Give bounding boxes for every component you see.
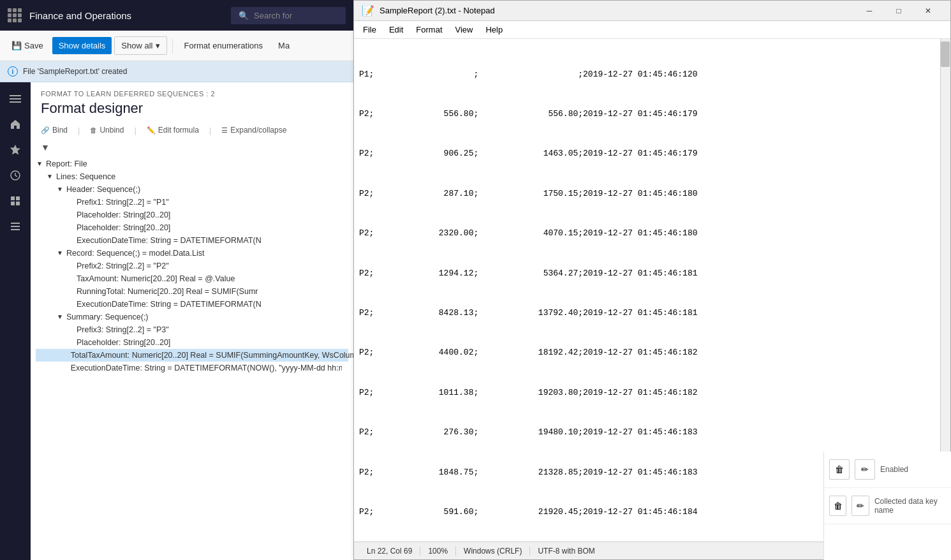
right-panel: 🗑 ✏ Enabled 🗑 ✏ Collected data key name xyxy=(823,452,951,560)
ma-button[interactable]: Ma xyxy=(272,37,296,54)
close-button[interactable]: ✕ xyxy=(913,1,943,21)
line-1: P1; ; ;2019-12-27 01:45:46:120 xyxy=(357,68,948,82)
svg-rect-0 xyxy=(10,95,21,96)
unbind-icon: 🗑 xyxy=(90,126,97,134)
main-content: FORMAT TO LEARN DEFERRED SEQUENCES : 2 F… xyxy=(31,82,353,560)
zoom-level: 100% xyxy=(420,547,456,556)
svg-rect-1 xyxy=(10,98,21,99)
line-7: P2; 8428.13; 13792.40;2019-12-27 01:45:4… xyxy=(357,307,948,320)
edit-button-1[interactable]: ✏ xyxy=(855,459,875,480)
tree-item-tax-amount[interactable]: TaxAmount: Numeric[20..20] Real = @.Valu… xyxy=(36,272,348,285)
designer-title: Format designer xyxy=(41,100,343,117)
filter-bar: ▼ xyxy=(31,141,353,155)
filter-icon: ▼ xyxy=(41,142,50,152)
line-10: P2; 276.30; 19480.10;2019-12-27 01:45:46… xyxy=(357,426,948,439)
right-action-group-1: 🗑 ✏ Enabled xyxy=(824,452,951,488)
tree-item-prefix2[interactable]: Prefix2: String[2..2] = "P2" xyxy=(36,260,348,272)
save-button[interactable]: 💾 Save xyxy=(5,37,50,54)
unbind-button[interactable]: 🗑 Unbind xyxy=(90,124,124,136)
tree-item-header[interactable]: ▼ Header: Sequence(;) xyxy=(36,183,348,196)
show-all-button[interactable]: Show all ▾ xyxy=(114,36,166,55)
line-2: P2; 556.80; 556.80;2019-12-27 01:45:46:1… xyxy=(357,108,948,121)
format-enumerations-button[interactable]: Format enumerations xyxy=(178,37,270,54)
tree-item-summary[interactable]: ▼ Summary: Sequence(;) xyxy=(36,311,348,323)
expand-collapse-button[interactable]: ☰ Expand/collapse xyxy=(221,124,286,136)
trash-icon-1: 🗑 xyxy=(835,464,844,475)
edit-button-2[interactable]: ✏ xyxy=(851,496,869,516)
search-icon: 🔍 xyxy=(239,11,249,20)
notepad-title-bar: 📝 SampleReport (2).txt - Notepad ─ □ ✕ xyxy=(354,1,950,21)
main-toolbar: 💾 Save Show details Show all ▾ Format en… xyxy=(0,31,353,61)
edit-icon-2: ✏ xyxy=(857,501,864,511)
tree-item-prefix1[interactable]: Prefix1: String[2..2] = "P1" xyxy=(36,196,348,209)
svg-rect-2 xyxy=(10,101,21,103)
tree-item-record[interactable]: ▼ Record: Sequence(;) = model.Data.List xyxy=(36,247,348,260)
tree-item-prefix3[interactable]: Prefix3: String[2..2] = "P3" xyxy=(36,323,348,336)
tree-item-exec-dt-summary[interactable]: ExecutionDateTime: String = DATETIMEFORM… xyxy=(36,362,342,374)
line-5: P2; 2320.00; 4070.15;2019-12-27 01:45:46… xyxy=(357,227,948,240)
designer-header: FORMAT TO LEARN DEFERRED SEQUENCES : 2 F… xyxy=(31,82,353,122)
star-icon[interactable] xyxy=(4,138,27,161)
notepad-title: SampleReport (2).txt - Notepad xyxy=(380,6,855,15)
svg-rect-5 xyxy=(16,196,20,200)
content-area: FORMAT TO LEARN DEFERRED SEQUENCES : 2 F… xyxy=(0,82,353,560)
line-ending: Windows (CRLF) xyxy=(456,547,530,556)
svg-rect-8 xyxy=(11,223,20,224)
edit-formula-button[interactable]: ✏️ Edit formula xyxy=(147,124,199,136)
sidebar-icons xyxy=(0,82,31,560)
scrollbar-thumb[interactable] xyxy=(941,41,950,67)
show-details-button[interactable]: Show details xyxy=(52,37,112,54)
hamburger-icon[interactable] xyxy=(4,87,27,110)
tree-item-exec-dt-header[interactable]: ExecutionDateTime: String = DATETIMEFORM… xyxy=(36,234,342,247)
grid-icon[interactable] xyxy=(4,189,27,212)
menu-file[interactable]: File xyxy=(357,22,383,37)
notification-bar: i File 'SampleReport.txt' created xyxy=(0,61,353,82)
tree-item-lines[interactable]: ▼ Lines: Sequence xyxy=(36,170,348,183)
delete-button-2[interactable]: 🗑 xyxy=(829,496,846,516)
home-icon[interactable] xyxy=(4,113,27,136)
tree-item-placeholder3[interactable]: Placeholder: String[20..20] xyxy=(36,336,348,349)
line-8: P2; 4400.02; 18192.42;2019-12-27 01:45:4… xyxy=(357,346,948,360)
line-9: P2; 1011.38; 19203.80;2019-12-27 01:45:4… xyxy=(357,387,948,400)
formula-icon: ✏️ xyxy=(147,126,156,135)
tree-item-total-tax[interactable]: TotalTaxAmount: Numeric[20..20] Real = S… xyxy=(36,349,348,362)
encoding: UTF-8 with BOM xyxy=(530,547,602,556)
notepad-icon: 📝 xyxy=(362,4,374,17)
delete-button-1[interactable]: 🗑 xyxy=(829,459,850,480)
right-action-group-2: 🗑 ✏ Collected data key name xyxy=(824,488,951,524)
notepad-menu: File Edit Format View Help xyxy=(354,21,950,39)
trash-icon-2: 🗑 xyxy=(834,501,843,511)
svg-rect-4 xyxy=(11,196,15,200)
field-label-1: Enabled xyxy=(880,465,908,474)
tree-item-running-total[interactable]: RunningTotal: Numeric[20..20] Real = SUM… xyxy=(36,285,342,298)
save-icon: 💾 xyxy=(11,41,22,50)
tree-item-placeholder2[interactable]: Placeholder: String[20..20] xyxy=(36,221,348,234)
tree-item-exec-dt-record[interactable]: ExecutionDateTime: String = DATETIMEFORM… xyxy=(36,298,342,311)
title-bar: Finance and Operations 🔍 Search for xyxy=(0,0,353,31)
field-label-2: Collected data key name xyxy=(874,497,946,515)
app-title: Finance and Operations xyxy=(29,10,131,21)
svg-rect-6 xyxy=(11,202,15,205)
search-placeholder: Search for xyxy=(254,11,292,20)
list-icon[interactable] xyxy=(4,215,27,238)
tree-view[interactable]: ▼ Report: File ▼ Lines: Sequence ▼ Heade… xyxy=(31,155,353,560)
app-grid-icon[interactable] xyxy=(8,8,22,22)
line-3: P2; 906.25; 1463.05;2019-12-27 01:45:46:… xyxy=(357,147,948,161)
minimize-button[interactable]: ─ xyxy=(855,1,884,21)
chevron-down-icon: ▾ xyxy=(156,41,160,50)
tree-item-placeholder1[interactable]: Placeholder: String[20..20] xyxy=(36,209,348,221)
line-4: P2; 287.10; 1750.15;2019-12-27 01:45:46:… xyxy=(357,188,948,201)
svg-rect-9 xyxy=(11,226,20,227)
clock-icon[interactable] xyxy=(4,164,27,187)
menu-view[interactable]: View xyxy=(449,22,480,37)
toolbar-separator xyxy=(172,38,173,54)
tree-item-report[interactable]: ▼ Report: File xyxy=(36,158,348,170)
notification-message: File 'SampleReport.txt' created xyxy=(23,67,127,76)
menu-help[interactable]: Help xyxy=(479,22,509,37)
cursor-position: Ln 22, Col 69 xyxy=(359,547,420,556)
bind-button[interactable]: 🔗 Bind xyxy=(41,124,68,136)
menu-format[interactable]: Format xyxy=(409,22,448,37)
menu-edit[interactable]: Edit xyxy=(383,22,409,37)
maximize-button[interactable]: □ xyxy=(884,1,913,21)
search-bar[interactable]: 🔍 Search for xyxy=(231,7,346,24)
